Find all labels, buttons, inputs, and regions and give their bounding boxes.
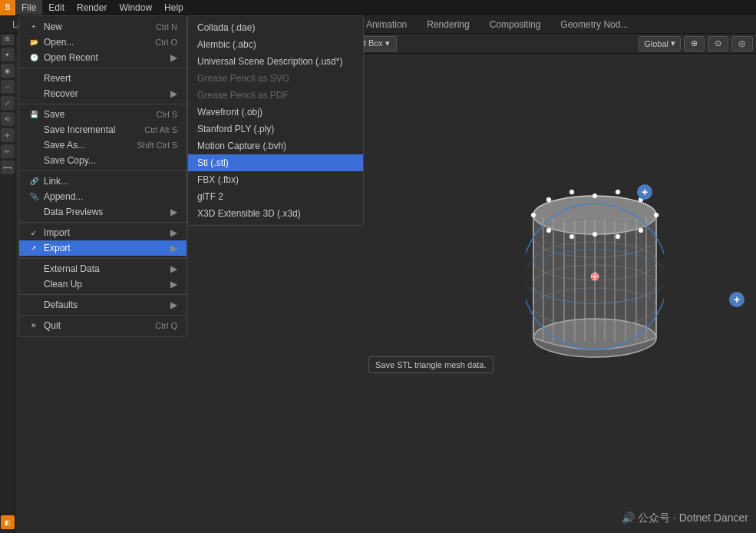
new-icon: + xyxy=(28,22,39,32)
export-stl[interactable]: Stl (.stl) xyxy=(188,154,363,171)
append-icon: 📎 xyxy=(28,191,39,202)
svg-point-23 xyxy=(531,213,536,217)
watermark-text: 公众号 · Dotnet Dancer xyxy=(638,511,748,524)
file-clean-up[interactable]: Clean Up ▶ xyxy=(19,276,187,292)
defaults-icon xyxy=(28,300,39,310)
menu-sep-5 xyxy=(19,258,187,259)
edit-menu-button[interactable]: Edit xyxy=(42,0,71,15)
window-menu-button[interactable]: Window xyxy=(113,0,158,15)
svg-point-34 xyxy=(546,228,551,233)
tab-compositing[interactable]: Compositing xyxy=(480,16,550,33)
revert-icon xyxy=(28,73,39,84)
tab-rendering[interactable]: Rendering xyxy=(418,16,478,33)
save-icon: 💾 xyxy=(28,109,39,120)
menu-sep-6 xyxy=(19,294,187,295)
blender-logo-icon: B xyxy=(0,0,15,15)
file-save-copy[interactable]: Save Copy... xyxy=(19,153,187,168)
global-dropdown[interactable]: Global ▾ xyxy=(639,36,681,51)
save-as-icon xyxy=(28,140,39,151)
import-icon: ↙ xyxy=(28,227,39,238)
file-revert[interactable]: Revert xyxy=(19,71,187,86)
render-menu-button[interactable]: Render xyxy=(71,0,113,15)
file-link[interactable]: 🔗 Link... xyxy=(19,174,187,189)
file-import[interactable]: ↙ Import ▶ xyxy=(19,225,187,240)
export-wavefront[interactable]: Wavefront (.obj) xyxy=(188,104,363,121)
svg-point-27 xyxy=(616,190,620,194)
sidebar-icon-5[interactable]: ↔ xyxy=(1,80,15,94)
help-menu-button[interactable]: Help xyxy=(158,0,190,15)
svg-point-32 xyxy=(593,232,597,237)
svg-point-29 xyxy=(654,213,659,217)
menu-sep-2 xyxy=(19,104,187,104)
export-gltf2[interactable]: glTF 2 xyxy=(188,188,363,205)
sidebar-icon-3[interactable]: ✦ xyxy=(1,48,15,61)
export-submenu: Collada (.dae) Alembic (.abc) Universal … xyxy=(187,15,364,226)
link-icon: 🔗 xyxy=(28,176,39,187)
svg-point-24 xyxy=(546,197,551,202)
stl-tooltip: Save STL triangle mesh data. xyxy=(368,356,494,373)
file-quit[interactable]: ✕ Quit Ctrl Q xyxy=(19,318,187,333)
svg-point-18 xyxy=(533,319,656,357)
sidebar-icon-annotate[interactable]: ✏ xyxy=(1,144,15,158)
export-icon: ↗ xyxy=(28,243,39,253)
file-defaults[interactable]: Defaults ▶ xyxy=(19,297,187,313)
export-fbx[interactable]: FBX (.fbx) xyxy=(188,171,363,188)
export-stanford[interactable]: Stanford PLY (.ply) xyxy=(188,121,363,137)
sidebar-icon-active[interactable]: ◧ xyxy=(1,515,15,529)
tab-geometry-nodes[interactable]: Geometry Nod... xyxy=(551,16,637,33)
menu-sep-4 xyxy=(19,222,187,223)
svg-point-31 xyxy=(616,234,620,239)
file-append[interactable]: 📎 Append... xyxy=(19,189,187,204)
export-motion[interactable]: Motion Capture (.bvh) xyxy=(188,137,363,154)
file-menu-button[interactable]: File xyxy=(15,0,42,15)
save-inc-icon xyxy=(28,124,39,135)
menu-sep-7 xyxy=(19,315,187,316)
svg-point-25 xyxy=(569,190,574,194)
file-open-recent[interactable]: 🕐 Open Recent ▶ xyxy=(19,50,187,65)
add-vertex-btn-top[interactable]: + xyxy=(637,184,652,200)
sidebar-icon-6[interactable]: ⤢ xyxy=(1,96,15,110)
svg-point-26 xyxy=(593,194,597,198)
sidebar-icon-measure[interactable]: ⟷ xyxy=(1,161,15,174)
svg-point-30 xyxy=(639,228,643,233)
file-new[interactable]: + New Ctrl N xyxy=(19,19,187,35)
file-save[interactable]: 💾 Save Ctrl S xyxy=(19,107,187,122)
sidebar-icon-7[interactable]: ⟲ xyxy=(1,112,15,126)
left-sidebar: ◈ ⊞ ✦ ◉ ↔ ⤢ ⟲ ✛ ✏ ⟷ ◧ xyxy=(0,0,15,533)
proportional-btn[interactable]: ◎ xyxy=(731,36,753,51)
export-grease-svg: Grease Pencil as SVG xyxy=(188,70,363,87)
svg-point-33 xyxy=(569,234,574,239)
sidebar-icon-4[interactable]: ◉ xyxy=(1,64,15,78)
export-usd[interactable]: Universal Scene Description (.usd*) xyxy=(188,53,363,70)
transform-btn[interactable]: ⊕ xyxy=(684,36,705,51)
export-alembic[interactable]: Alembic (.abc) xyxy=(188,36,363,53)
tab-animation[interactable]: Animation xyxy=(357,16,416,33)
quit-icon: ✕ xyxy=(28,320,39,331)
sidebar-icon-cursor[interactable]: ✛ xyxy=(1,128,15,142)
previews-icon xyxy=(28,207,39,217)
recover-icon xyxy=(28,88,39,99)
file-export[interactable]: ↗ Export ▶ xyxy=(19,240,187,256)
export-grease-pdf: Grease Pencil as PDF xyxy=(188,87,363,104)
export-collada[interactable]: Collada (.dae) xyxy=(188,19,363,36)
file-save-as[interactable]: Save As... Shift Ctrl S xyxy=(19,137,187,153)
ext-data-icon xyxy=(28,263,39,274)
cleanup-icon xyxy=(28,279,39,290)
file-recover[interactable]: Recover ▶ xyxy=(19,86,187,101)
top-menubar: B File Edit Render Window Help xyxy=(0,0,756,15)
cylinder-object xyxy=(526,177,664,376)
watermark: 🔊 公众号 · Dotnet Dancer xyxy=(622,511,748,525)
file-open[interactable]: 📂 Open... Ctrl O xyxy=(19,35,187,50)
menu-sep-1 xyxy=(19,68,187,68)
file-external-data[interactable]: External Data ▶ xyxy=(19,261,187,276)
snap-btn[interactable]: ⊙ xyxy=(708,36,728,51)
add-vertex-btn-right[interactable]: + xyxy=(729,292,744,307)
file-save-incremental[interactable]: Save Incremental Ctrl Alt S xyxy=(19,122,187,137)
export-x3d[interactable]: X3D Extensible 3D (.x3d) xyxy=(188,205,363,222)
watermark-icon: 🔊 xyxy=(622,511,635,524)
menu-sep-3 xyxy=(19,170,187,171)
global-label: Global xyxy=(644,39,669,48)
file-dropdown: + New Ctrl N 📂 Open... Ctrl O 🕐 Open Rec… xyxy=(18,15,187,337)
copy-icon xyxy=(28,155,39,166)
file-data-previews[interactable]: Data Previews ▶ xyxy=(19,204,187,220)
